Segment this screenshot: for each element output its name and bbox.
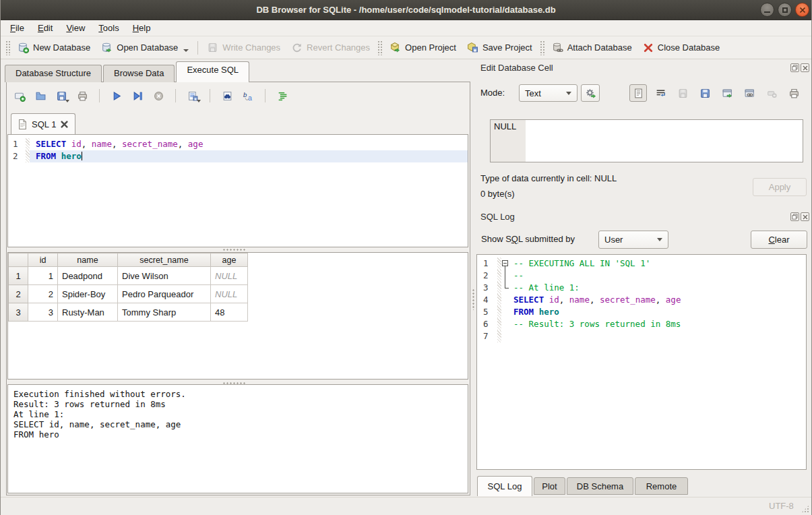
sql-document-tab[interactable]: SQL 1	[11, 113, 75, 134]
clear-log-button[interactable]: Clear	[751, 231, 807, 249]
open-sql-file-button[interactable]	[33, 88, 48, 103]
editor-code-line[interactable]: SELECT id, name, secret_name, age	[30, 138, 468, 150]
cell-secret-name[interactable]: Tommy Sharp	[118, 303, 211, 322]
menu-edit[interactable]: Edit	[31, 20, 59, 36]
new-database-button[interactable]: New Database	[12, 39, 96, 56]
pane-splitter[interactable]	[472, 289, 475, 310]
cell-id[interactable]: 3	[28, 303, 58, 322]
import-cell-data-button[interactable]	[674, 84, 691, 102]
log-line: -- At line 1:	[512, 282, 806, 294]
column-header-id[interactable]: id	[28, 253, 58, 267]
write-changes-button[interactable]: Write Changes	[201, 39, 286, 56]
row-header[interactable]: 3	[9, 303, 28, 322]
word-wrap-button[interactable]	[652, 84, 669, 102]
dock-tab-remote[interactable]: Remote	[635, 477, 688, 495]
sql-log-view: 1-- EXECUTING ALL IN 'SQL 1' 2-- 3-- At …	[476, 254, 807, 470]
mode-combobox[interactable]: Text	[519, 84, 577, 102]
cell-name[interactable]: Spider-Boy	[58, 285, 118, 303]
cell-name[interactable]: Deadpond	[58, 267, 118, 285]
column-header-secret-name[interactable]: secret_name	[118, 253, 211, 267]
cell-age[interactable]: 48	[211, 303, 248, 322]
export-cell-data-button[interactable]	[696, 84, 714, 102]
save-sql-file-button[interactable]	[54, 88, 69, 103]
cell-age[interactable]: NULL	[211, 267, 248, 285]
toolbar-drag-handle[interactable]	[5, 40, 10, 55]
menu-help[interactable]: Help	[126, 20, 158, 36]
cell-age[interactable]: NULL	[211, 285, 248, 303]
log-line: --	[512, 270, 806, 282]
fold-marker[interactable]	[501, 258, 512, 270]
dock-tab-plot[interactable]: Plot	[534, 477, 565, 495]
mode-value: Text	[525, 88, 541, 98]
close-tab-icon[interactable]	[61, 121, 68, 128]
close-button[interactable]	[795, 3, 809, 17]
sql-log-float-button[interactable]	[790, 212, 799, 221]
menu-file[interactable]: File	[3, 20, 31, 36]
open-project-button[interactable]: Open Project	[384, 39, 462, 56]
save-results-dropdown[interactable]	[197, 100, 201, 102]
save-file-dropdown[interactable]	[65, 100, 69, 102]
column-header-age[interactable]: age	[211, 253, 248, 267]
toolbar-separator	[197, 41, 198, 55]
log-line	[512, 330, 806, 342]
sql-editor[interactable]: 1 SELECT id, name, secret_name, age 2 FR…	[7, 134, 468, 247]
attach-database-button[interactable]: Attach Database	[546, 39, 637, 56]
open-database-button[interactable]: Open Database	[96, 39, 194, 56]
edit-cell-close-button[interactable]	[801, 63, 809, 72]
cell-name[interactable]: Rusty-Man	[58, 303, 118, 322]
find-button[interactable]	[220, 88, 235, 103]
tab-browse-data[interactable]: Browse Data	[103, 65, 175, 82]
cell-id[interactable]: 1	[28, 267, 58, 285]
cell-secret-name[interactable]: Dive Wilson	[118, 267, 211, 285]
corner-header[interactable]	[9, 253, 28, 267]
replace-button[interactable]: b a	[241, 88, 255, 103]
cell-value-editor[interactable]: NULL	[490, 119, 803, 162]
menu-tools[interactable]: Tools	[92, 20, 125, 36]
row-header[interactable]: 1	[9, 267, 28, 285]
toolbar-drag-handle[interactable]	[540, 40, 544, 55]
result-row: 2 2 Spider-Boy Pedro Parqueador NULL	[9, 285, 248, 303]
menu-view[interactable]: View	[59, 20, 92, 36]
toolbar-drag-handle[interactable]	[377, 40, 382, 55]
stop-execution-button[interactable]	[151, 88, 166, 103]
dock-tab-db-schema[interactable]: DB Schema	[567, 477, 633, 495]
execute-all-button[interactable]	[109, 88, 124, 103]
sql-log-close-button[interactable]	[801, 212, 809, 221]
resize-grip[interactable]	[801, 505, 809, 513]
minimize-button[interactable]	[760, 3, 774, 17]
apply-button[interactable]: Apply	[753, 178, 807, 196]
text-mode-button[interactable]	[629, 84, 647, 102]
tab-execute-sql[interactable]: Execute SQL	[176, 61, 249, 82]
revert-changes-button[interactable]: Revert Changes	[286, 39, 375, 56]
editor-code-line-current[interactable]: FROM hero	[30, 150, 468, 162]
close-database-button[interactable]: Close Database	[637, 40, 726, 56]
column-header-name[interactable]: name	[58, 253, 118, 267]
dock-tab-sql-log[interactable]: SQL Log	[477, 476, 532, 496]
format-sql-button[interactable]	[275, 88, 290, 103]
tab-database-structure[interactable]: Database Structure	[5, 65, 102, 82]
log-filter-combobox[interactable]: User	[598, 231, 668, 249]
print-cell-button[interactable]	[785, 84, 803, 102]
set-as-link-button[interactable]	[741, 84, 758, 102]
maximize-icon	[782, 7, 788, 13]
cell-id[interactable]: 2	[28, 285, 58, 303]
edit-cell-float-button[interactable]	[790, 63, 799, 72]
execute-line-button[interactable]	[130, 88, 145, 103]
print-sql-button[interactable]	[75, 88, 90, 103]
set-null-button[interactable]	[763, 84, 780, 102]
save-results-button[interactable]	[185, 88, 200, 103]
float-icon	[792, 214, 798, 220]
chevron-down-icon	[566, 92, 571, 95]
auto-mode-button[interactable]	[581, 84, 600, 102]
save-project-button[interactable]: Save Project	[462, 39, 538, 56]
sql-toolbar: b a	[12, 87, 290, 104]
svg-text:a: a	[247, 94, 251, 102]
open-database-dropdown[interactable]	[183, 49, 189, 52]
new-sql-tab-button[interactable]	[12, 88, 27, 103]
collapse-icon[interactable]	[502, 260, 508, 266]
row-header[interactable]: 2	[9, 285, 28, 303]
open-in-external-app-button[interactable]	[718, 84, 736, 102]
maximize-button[interactable]	[778, 3, 792, 17]
cell-secret-name[interactable]: Pedro Parqueador	[118, 285, 211, 303]
editor-results-splitter[interactable]	[222, 248, 245, 251]
